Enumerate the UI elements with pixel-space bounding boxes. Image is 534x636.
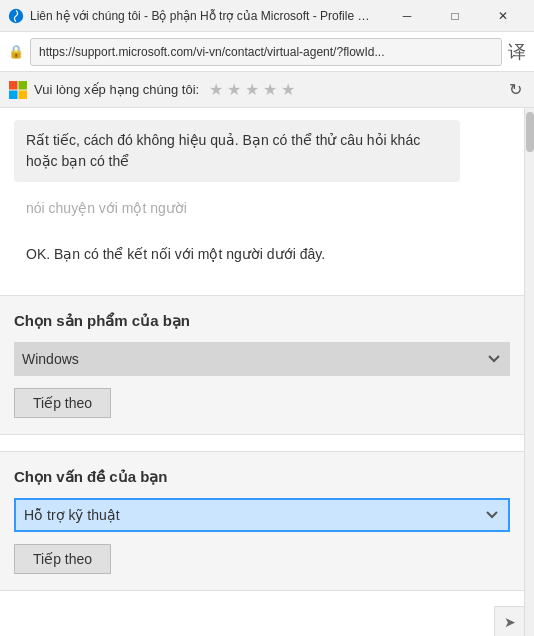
lock-icon: 🔒 xyxy=(8,44,24,59)
bot-message-1: Rất tiếc, cách đó không hiệu quả. Bạn có… xyxy=(14,120,460,182)
url-input[interactable] xyxy=(30,38,502,66)
window-title: Liên hệ với chúng tôi - Bộ phận Hỗ trợ c… xyxy=(30,9,376,23)
product-section-title: Chọn sản phẩm của bạn xyxy=(14,312,510,330)
star-2[interactable]: ★ xyxy=(227,80,241,99)
star-1[interactable]: ★ xyxy=(209,80,223,99)
issue-section: Chọn vấn đề của bạn Hỗ trợ kỹ thuật Câu … xyxy=(0,451,524,591)
scrollbar-track[interactable] xyxy=(524,108,534,636)
star-5[interactable]: ★ xyxy=(281,80,295,99)
scrollbar-thumb[interactable] xyxy=(526,112,534,152)
ok-message: OK. Bạn có thể kết nối với một người dướ… xyxy=(14,234,510,275)
window-controls: ─ □ ✕ xyxy=(384,0,526,32)
svg-rect-3 xyxy=(9,90,18,99)
product-section: Chọn sản phẩm của bạn Windows Office Xbo… xyxy=(0,295,524,435)
refresh-button[interactable]: ↻ xyxy=(505,76,526,103)
ms-logo xyxy=(8,80,28,100)
browser-icon xyxy=(8,8,24,24)
star-3[interactable]: ★ xyxy=(245,80,259,99)
svg-rect-2 xyxy=(19,81,28,90)
product-select[interactable]: Windows Office Xbox Azure Khác xyxy=(14,342,510,376)
title-bar: Liên hệ với chúng tôi - Bộ phận Hỗ trợ c… xyxy=(0,0,534,32)
star-4[interactable]: ★ xyxy=(263,80,277,99)
issue-next-button[interactable]: Tiếp theo xyxy=(14,544,111,574)
send-bar: ➤ xyxy=(494,606,524,636)
suggestion-text[interactable]: nói chuyện với một người xyxy=(14,192,510,224)
browser-content: Rất tiếc, cách đó không hiệu quả. Bạn có… xyxy=(0,108,534,636)
close-button[interactable]: ✕ xyxy=(480,0,526,32)
minimize-button[interactable]: ─ xyxy=(384,0,430,32)
page-content: Rất tiếc, cách đó không hiệu quả. Bạn có… xyxy=(0,108,524,636)
product-next-button[interactable]: Tiếp theo xyxy=(14,388,111,418)
product-select-wrapper: Windows Office Xbox Azure Khác xyxy=(14,342,510,376)
issue-section-title: Chọn vấn đề của bạn xyxy=(14,468,510,486)
svg-rect-4 xyxy=(19,90,28,99)
send-icon[interactable]: ➤ xyxy=(504,614,516,630)
rating-label: Vui lòng xếp hạng chúng tôi: xyxy=(34,82,199,97)
address-bar: 🔒 译 xyxy=(0,32,534,72)
svg-rect-1 xyxy=(9,81,18,90)
issue-select[interactable]: Hỗ trợ kỹ thuật Câu hỏi về tài khoản Tha… xyxy=(14,498,510,532)
tab-bar: Vui lòng xếp hạng chúng tôi: ★ ★ ★ ★ ★ ↻ xyxy=(0,72,534,108)
star-rating[interactable]: ★ ★ ★ ★ ★ xyxy=(209,80,295,99)
issue-select-wrapper: Hỗ trợ kỹ thuật Câu hỏi về tài khoản Tha… xyxy=(14,498,510,532)
translate-icon[interactable]: 译 xyxy=(508,40,526,64)
chat-area: Rất tiếc, cách đó không hiệu quả. Bạn có… xyxy=(0,108,524,287)
maximize-button[interactable]: □ xyxy=(432,0,478,32)
